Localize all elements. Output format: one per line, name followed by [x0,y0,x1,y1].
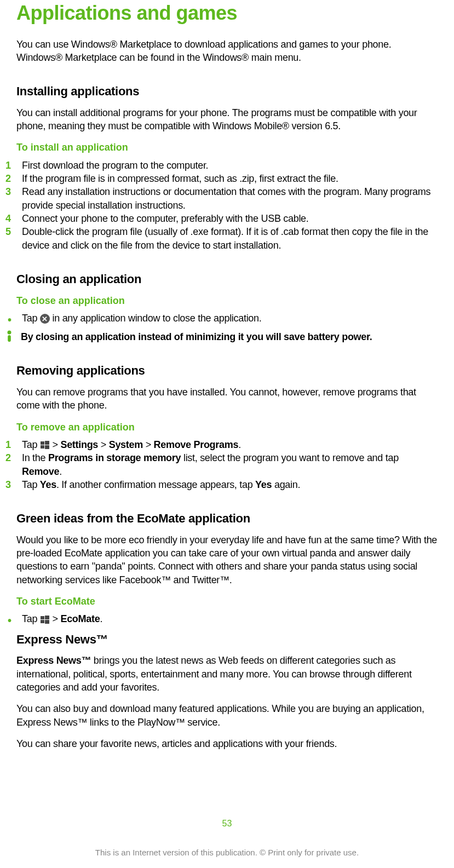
closing-heading: Closing an application [16,271,438,288]
closing-sub: To close an application [16,294,438,307]
removing-step: 1 Tap > Settings > System > Remove Progr… [5,438,438,451]
svg-point-4 [8,331,12,335]
removing-steps: 1 Tap > Settings > System > Remove Progr… [5,438,438,491]
green-steps: • Tap > EcoMate. [5,612,438,625]
intro-text: You can use Windows® Marketplace to down… [16,38,438,65]
svg-rect-5 [8,335,11,342]
closing-steps: • Tap ✕ in any application window to clo… [5,312,438,325]
install-sub: To install an application [16,141,438,154]
green-sub: To start EcoMate [16,595,438,608]
green-step: • Tap > EcoMate. [5,612,438,625]
removing-step: 2 In the Programs in storage memory list… [5,451,438,478]
windows-icon [40,615,50,625]
install-step: 4Connect your phone to the computer, pre… [5,212,438,225]
install-steps: 1First download the program to the compu… [5,159,438,252]
page-number: 53 [0,818,454,830]
install-step: 2If the program file is in compressed fo… [5,172,438,185]
removing-body: You can remove programs that you have in… [16,386,438,412]
install-step: 1First download the program to the compu… [5,159,438,172]
closing-step: • Tap ✕ in any application window to clo… [5,312,438,325]
express-heading: Express News™ [16,631,438,648]
removing-sub: To remove an application [16,421,438,434]
express-p3: You can share your favorite news, articl… [16,737,438,750]
install-step: 3Read any installation instructions or d… [5,185,438,212]
install-heading: Installing applications [16,83,438,100]
page-title: Applications and games [16,0,438,27]
install-step: 5Double-click the program file (usually … [5,225,438,252]
tip-row: By closing an application instead of min… [5,330,438,343]
tip-icon [5,330,15,342]
express-p2: You can also buy and download many featu… [16,702,438,729]
green-body: Would you like to be more eco friendly i… [16,533,438,587]
close-icon: ✕ [40,314,50,324]
tip-text: By closing an application instead of min… [21,330,372,343]
removing-step: 3 Tap Yes. If another confirmation messa… [5,478,438,491]
express-p1: Express News™ brings you the latest news… [16,654,438,694]
install-body: You can install additional programs for … [16,106,438,133]
removing-heading: Removing applications [16,363,438,379]
footer-text: This is an Internet version of this publ… [0,847,454,858]
windows-icon [40,440,50,450]
green-heading: Green ideas from the EcoMate application [16,510,438,527]
